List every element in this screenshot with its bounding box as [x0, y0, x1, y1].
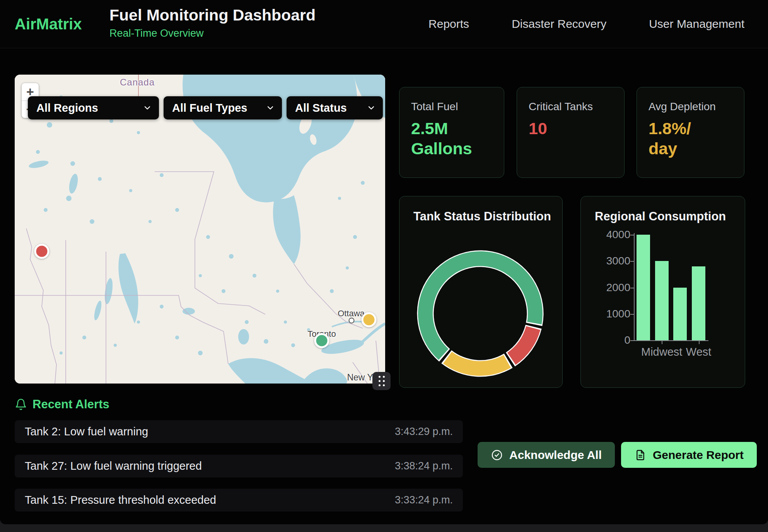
y-tick-mark	[630, 261, 634, 262]
stat-card-total-fuel: Total Fuel2.5M Gallons	[399, 87, 504, 178]
acknowledge-all-button[interactable]: Acknowledge All	[478, 442, 615, 468]
alert-text: Tank 15: Pressure threshold exceeded	[25, 494, 216, 506]
map-marker-normal[interactable]	[314, 333, 329, 348]
alert-time: 3:33:24 p.m.	[395, 494, 453, 506]
alert-text: Tank 2: Low fuel warning	[25, 425, 148, 438]
y-axis-line	[634, 233, 635, 341]
filter-dropdown-all-status[interactable]: All Status	[287, 96, 383, 119]
x-tick-mark	[699, 341, 700, 344]
map-filter-bar: All RegionsAll Fuel TypesAll Status	[28, 96, 383, 119]
y-tick-mark	[630, 235, 634, 235]
y-tick-mark	[630, 288, 634, 288]
stat-value: 1.8%/ day	[649, 118, 732, 159]
stat-label: Avg Depletion	[649, 101, 732, 113]
map-marker-critical[interactable]	[34, 244, 49, 259]
title-block: Fuel Monitoring Dashboard Real-Time Over…	[109, 7, 316, 39]
nav-item-reports[interactable]: Reports	[428, 17, 469, 31]
page-title: Fuel Monitoring Dashboard	[109, 7, 316, 24]
stat-card-critical-tanks: Critical Tanks10	[517, 87, 625, 178]
ottawa-town-dot	[349, 318, 355, 324]
circle-check-icon	[491, 449, 503, 461]
regional-consumption-card: Regional Consumption 01000200030004000Mi…	[580, 196, 745, 388]
alert-text: Tank 27: Low fuel warning triggered	[25, 460, 202, 472]
tank-status-card: Tank Status Distribution	[399, 196, 563, 388]
report-document-icon	[634, 449, 647, 461]
generate-report-button[interactable]: Generate Report	[621, 442, 757, 468]
stat-label: Critical Tanks	[529, 101, 613, 113]
filter-label: All Status	[295, 102, 347, 114]
stat-value: 2.5M Gallons	[411, 118, 492, 159]
y-tick-label: 2000	[584, 281, 630, 294]
stat-label: Total Fuel	[411, 101, 492, 113]
bar-west	[692, 266, 705, 340]
map[interactable]: Canada Ottawa Toronto New York + − All R…	[15, 75, 385, 384]
alert-row[interactable]: Tank 2: Low fuel warning3:43:29 p.m.	[15, 420, 463, 443]
stat-card-avg-depletion: Avg Depletion1.8%/ day	[637, 87, 744, 178]
tank-status-donut-chart	[399, 196, 562, 387]
chevron-down-icon	[367, 103, 376, 113]
stat-value: 10	[529, 118, 613, 138]
y-tick-label: 3000	[584, 255, 630, 267]
brand-logo: AirMatrix	[15, 0, 82, 48]
filter-dropdown-all-regions[interactable]: All Regions	[28, 96, 159, 119]
alert-row[interactable]: Tank 27: Low fuel warning triggered3:38:…	[15, 455, 463, 477]
bar-region-1	[637, 235, 650, 340]
alerts-header: Recent Alerts	[15, 397, 109, 411]
page-subtitle: Real-Time Overview	[109, 27, 316, 39]
bar-region-3	[673, 288, 687, 341]
x-tick-label: West	[686, 346, 712, 358]
dashboard-app: AirMatrix Fuel Monitoring Dashboard Real…	[0, 0, 768, 524]
generate-report-label: Generate Report	[653, 448, 744, 462]
map-label-ottawa: Ottawa	[338, 309, 365, 319]
alerts-title: Recent Alerts	[32, 397, 109, 411]
nav-item-user-management[interactable]: User Management	[649, 17, 744, 31]
map-resize-grip[interactable]	[372, 372, 391, 390]
alert-time: 3:38:24 p.m.	[395, 460, 453, 472]
x-axis-line	[634, 340, 708, 341]
filter-label: All Regions	[36, 102, 98, 114]
map-label-canada: Canada	[120, 77, 155, 88]
y-tick-label: 1000	[584, 308, 630, 320]
x-tick-label: Midwest	[641, 346, 682, 358]
y-tick-mark	[630, 314, 634, 315]
bar-midwest	[655, 261, 669, 340]
y-tick-label: 0	[584, 334, 630, 346]
nav-item-disaster-recovery[interactable]: Disaster Recovery	[512, 17, 606, 31]
map-marker-warning[interactable]	[362, 312, 377, 327]
regional-consumption-bar-chart: 01000200030004000MidwestWest	[581, 196, 745, 387]
chevron-down-icon	[266, 103, 275, 113]
bell-icon	[15, 398, 27, 411]
alert-row[interactable]: Tank 15: Pressure threshold exceeded3:33…	[15, 489, 463, 512]
filter-label: All Fuel Types	[172, 102, 247, 114]
y-tick-mark	[630, 340, 634, 341]
main-nav: ReportsDisaster RecoveryUser Management	[428, 0, 744, 48]
app-header: AirMatrix Fuel Monitoring Dashboard Real…	[0, 0, 768, 48]
x-tick-mark	[662, 341, 662, 344]
y-tick-label: 4000	[584, 228, 630, 241]
chevron-down-icon	[143, 103, 152, 113]
alert-time: 3:43:29 p.m.	[395, 426, 453, 438]
acknowledge-all-label: Acknowledge All	[509, 448, 602, 462]
filter-dropdown-all-fuel-types[interactable]: All Fuel Types	[164, 96, 282, 119]
